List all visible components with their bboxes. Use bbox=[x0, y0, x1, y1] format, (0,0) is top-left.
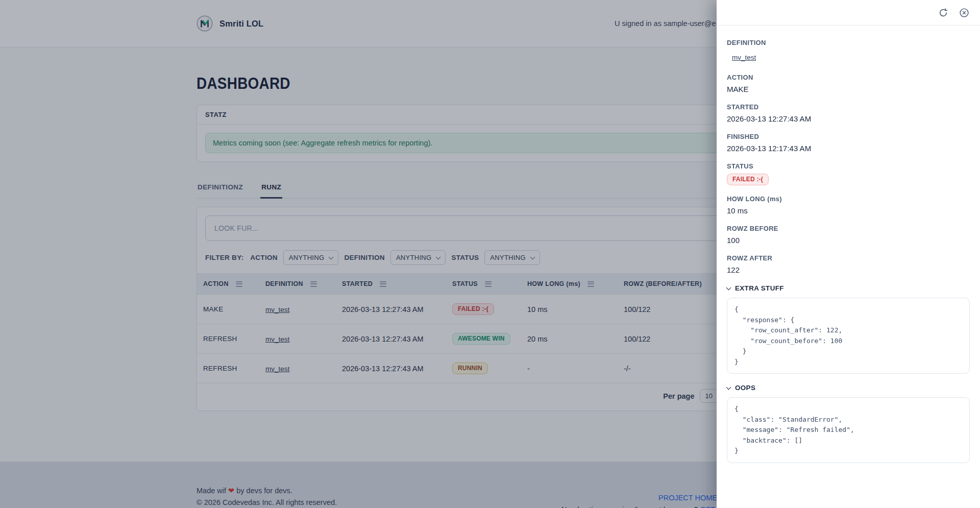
drawer-field-rowz-before: ROWZ BEFORE 100 bbox=[727, 225, 970, 245]
close-icon[interactable] bbox=[958, 6, 971, 19]
drawer-field-action: ACTION MAKE bbox=[727, 74, 970, 93]
drawer-field-started: STARTED 2026-03-13 12:27:43 AM bbox=[727, 103, 970, 123]
drawer-field-finished: FINISHED 2026-03-13 12:17:43 AM bbox=[727, 133, 970, 153]
status-badge: FAILED :-( bbox=[727, 174, 769, 185]
run-detail-drawer: DEFINITION mv_test ACTION MAKE STARTED 2… bbox=[717, 0, 980, 508]
drawer-field-definition: DEFINITION mv_test bbox=[727, 39, 970, 61]
drawer-field-how-long: HOW LONG (ms) 10 ms bbox=[727, 195, 970, 215]
chevron-down-icon bbox=[726, 285, 731, 290]
refresh-icon[interactable] bbox=[937, 6, 950, 19]
extra-stuff-toggle[interactable]: EXTRA STUFF bbox=[727, 284, 970, 292]
definition-link[interactable]: mv_test bbox=[732, 54, 756, 61]
oops-json: { "class": "StandardError", "message": "… bbox=[727, 397, 970, 463]
drawer-field-status: STATUS FAILED :-( bbox=[727, 162, 970, 185]
oops-title: OOPS bbox=[735, 384, 755, 392]
extra-stuff-title: EXTRA STUFF bbox=[735, 284, 784, 292]
drawer-header bbox=[717, 0, 980, 26]
drawer-field-rowz-after: ROWZ AFTER 122 bbox=[727, 254, 970, 274]
chevron-down-icon bbox=[726, 384, 731, 390]
oops-toggle[interactable]: OOPS bbox=[727, 384, 970, 392]
extra-stuff-json: { "response": { "row_count_after": 122, … bbox=[727, 298, 970, 374]
